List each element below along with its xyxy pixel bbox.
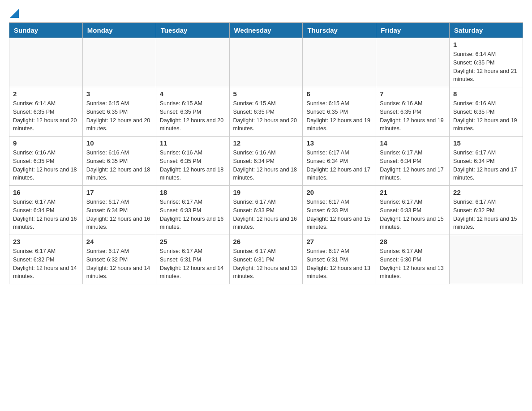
logo-triangle-icon [10, 9, 19, 18]
day-number: 2 [13, 90, 79, 98]
day-info: Sunrise: 6:16 AMSunset: 6:35 PMDaylight:… [160, 149, 226, 182]
day-header-sunday: Sunday [9, 23, 83, 38]
day-number: 16 [13, 188, 79, 196]
day-number: 28 [380, 238, 446, 245]
day-info: Sunrise: 6:17 AMSunset: 6:32 PMDaylight:… [86, 247, 152, 281]
calendar-day: 13Sunrise: 6:17 AMSunset: 6:34 PMDayligh… [303, 137, 376, 186]
calendar-day: 7Sunrise: 6:16 AMSunset: 6:35 PMDaylight… [376, 87, 450, 137]
day-number: 10 [86, 139, 152, 147]
calendar-day [376, 38, 450, 87]
day-info: Sunrise: 6:17 AMSunset: 6:34 PMDaylight:… [306, 149, 372, 182]
day-number: 15 [453, 139, 519, 147]
calendar-day: 14Sunrise: 6:17 AMSunset: 6:34 PMDayligh… [376, 137, 450, 186]
calendar-day: 2Sunrise: 6:14 AMSunset: 6:35 PMDaylight… [9, 87, 83, 137]
day-info: Sunrise: 6:16 AMSunset: 6:35 PMDaylight:… [86, 149, 152, 182]
calendar-day: 10Sunrise: 6:16 AMSunset: 6:35 PMDayligh… [82, 137, 156, 186]
day-number: 6 [306, 90, 372, 98]
calendar-day [9, 38, 83, 87]
day-info: Sunrise: 6:17 AMSunset: 6:32 PMDaylight:… [453, 198, 519, 231]
calendar-day: 27Sunrise: 6:17 AMSunset: 6:31 PMDayligh… [303, 235, 376, 284]
day-info: Sunrise: 6:16 AMSunset: 6:34 PMDaylight:… [233, 149, 299, 182]
day-info: Sunrise: 6:17 AMSunset: 6:33 PMDaylight:… [233, 198, 299, 231]
calendar-day: 19Sunrise: 6:17 AMSunset: 6:33 PMDayligh… [229, 186, 303, 235]
day-number: 9 [13, 139, 79, 147]
day-info: Sunrise: 6:17 AMSunset: 6:34 PMDaylight:… [13, 198, 79, 231]
day-info: Sunrise: 6:17 AMSunset: 6:33 PMDaylight:… [160, 198, 226, 231]
day-number: 27 [306, 238, 372, 245]
day-number: 20 [306, 188, 372, 196]
day-info: Sunrise: 6:16 AMSunset: 6:35 PMDaylight:… [13, 149, 79, 182]
calendar-day: 17Sunrise: 6:17 AMSunset: 6:34 PMDayligh… [82, 186, 156, 235]
day-info: Sunrise: 6:17 AMSunset: 6:34 PMDaylight:… [86, 198, 152, 231]
day-info: Sunrise: 6:17 AMSunset: 6:34 PMDaylight:… [453, 149, 519, 182]
day-info: Sunrise: 6:14 AMSunset: 6:35 PMDaylight:… [453, 50, 519, 84]
day-number: 8 [453, 90, 519, 98]
calendar-table: SundayMondayTuesdayWednesdayThursdayFrid… [9, 22, 523, 284]
calendar-day: 3Sunrise: 6:15 AMSunset: 6:35 PMDaylight… [82, 87, 156, 137]
day-info: Sunrise: 6:17 AMSunset: 6:33 PMDaylight:… [306, 198, 372, 231]
calendar-day: 5Sunrise: 6:15 AMSunset: 6:35 PMDaylight… [229, 87, 303, 137]
day-info: Sunrise: 6:15 AMSunset: 6:35 PMDaylight:… [233, 99, 299, 133]
day-number: 13 [306, 139, 372, 147]
calendar-day: 16Sunrise: 6:17 AMSunset: 6:34 PMDayligh… [9, 186, 83, 235]
day-header-tuesday: Tuesday [156, 23, 229, 38]
calendar-day [303, 38, 376, 87]
calendar-day: 15Sunrise: 6:17 AMSunset: 6:34 PMDayligh… [450, 137, 523, 186]
day-header-saturday: Saturday [450, 23, 523, 38]
day-info: Sunrise: 6:15 AMSunset: 6:35 PMDaylight:… [86, 99, 152, 133]
calendar-day [82, 38, 156, 87]
day-info: Sunrise: 6:17 AMSunset: 6:34 PMDaylight:… [380, 149, 446, 182]
calendar-day [450, 235, 523, 284]
calendar-day: 26Sunrise: 6:17 AMSunset: 6:31 PMDayligh… [229, 235, 303, 284]
day-header-thursday: Thursday [303, 23, 376, 38]
day-number: 21 [380, 188, 446, 196]
day-number: 19 [233, 188, 299, 196]
calendar-day: 6Sunrise: 6:15 AMSunset: 6:35 PMDaylight… [303, 87, 376, 137]
calendar-day [156, 38, 229, 87]
day-number: 3 [86, 90, 152, 98]
calendar-day: 23Sunrise: 6:17 AMSunset: 6:32 PMDayligh… [9, 235, 83, 284]
calendar-day: 1Sunrise: 6:14 AMSunset: 6:35 PMDaylight… [450, 38, 523, 87]
calendar-day: 18Sunrise: 6:17 AMSunset: 6:33 PMDayligh… [156, 186, 229, 235]
day-info: Sunrise: 6:15 AMSunset: 6:35 PMDaylight:… [306, 99, 372, 133]
day-number: 7 [380, 90, 446, 98]
calendar-day [229, 38, 303, 87]
day-info: Sunrise: 6:17 AMSunset: 6:32 PMDaylight:… [13, 247, 79, 281]
day-info: Sunrise: 6:17 AMSunset: 6:31 PMDaylight:… [306, 247, 372, 281]
day-info: Sunrise: 6:17 AMSunset: 6:30 PMDaylight:… [380, 247, 446, 281]
day-number: 11 [160, 139, 226, 147]
day-number: 4 [160, 90, 226, 98]
calendar-day: 9Sunrise: 6:16 AMSunset: 6:35 PMDaylight… [9, 137, 83, 186]
calendar-day: 28Sunrise: 6:17 AMSunset: 6:30 PMDayligh… [376, 235, 450, 284]
calendar-day: 25Sunrise: 6:17 AMSunset: 6:31 PMDayligh… [156, 235, 229, 284]
day-info: Sunrise: 6:17 AMSunset: 6:31 PMDaylight:… [160, 247, 226, 281]
day-number: 22 [453, 188, 519, 196]
day-number: 18 [160, 188, 226, 196]
day-number: 25 [160, 238, 226, 245]
day-info: Sunrise: 6:14 AMSunset: 6:35 PMDaylight:… [13, 99, 79, 133]
svg-marker-0 [10, 9, 19, 18]
day-info: Sunrise: 6:15 AMSunset: 6:35 PMDaylight:… [160, 99, 226, 133]
week-row-4: 16Sunrise: 6:17 AMSunset: 6:34 PMDayligh… [9, 186, 523, 235]
week-row-5: 23Sunrise: 6:17 AMSunset: 6:32 PMDayligh… [9, 235, 523, 284]
day-number: 12 [233, 139, 299, 147]
calendar-header-row: SundayMondayTuesdayWednesdayThursdayFrid… [9, 23, 523, 38]
calendar-day: 8Sunrise: 6:16 AMSunset: 6:35 PMDaylight… [450, 87, 523, 137]
calendar-day: 4Sunrise: 6:15 AMSunset: 6:35 PMDaylight… [156, 87, 229, 137]
day-header-wednesday: Wednesday [229, 23, 303, 38]
day-number: 14 [380, 139, 446, 147]
day-number: 24 [86, 238, 152, 245]
day-number: 1 [453, 41, 519, 48]
calendar-day: 12Sunrise: 6:16 AMSunset: 6:34 PMDayligh… [229, 137, 303, 186]
day-number: 23 [13, 238, 79, 245]
week-row-3: 9Sunrise: 6:16 AMSunset: 6:35 PMDaylight… [9, 137, 523, 186]
day-number: 5 [233, 90, 299, 98]
logo [9, 9, 19, 18]
page-header [9, 9, 523, 18]
week-row-1: 1Sunrise: 6:14 AMSunset: 6:35 PMDaylight… [9, 38, 523, 87]
day-header-friday: Friday [376, 23, 450, 38]
day-number: 26 [233, 238, 299, 245]
day-info: Sunrise: 6:16 AMSunset: 6:35 PMDaylight:… [453, 99, 519, 133]
week-row-2: 2Sunrise: 6:14 AMSunset: 6:35 PMDaylight… [9, 87, 523, 137]
calendar-day: 11Sunrise: 6:16 AMSunset: 6:35 PMDayligh… [156, 137, 229, 186]
